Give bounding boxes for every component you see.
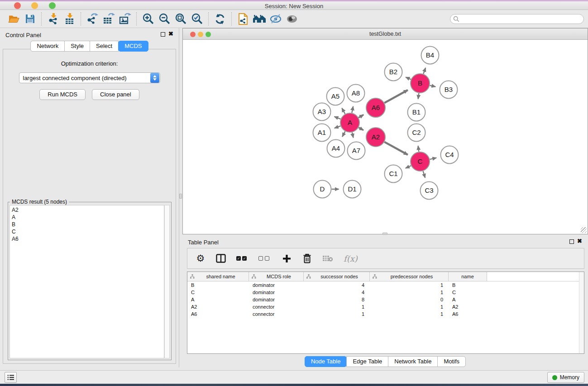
run-mcds-button[interactable]: Run MCDS [39, 89, 86, 100]
graph-node-C4[interactable]: C4 [441, 146, 459, 164]
deselect-all-button[interactable] [258, 252, 271, 265]
graph-node-B1[interactable]: B1 [408, 104, 425, 121]
network-graph[interactable]: AA1A2A3A4A5A6A7A8BB1B2B3B4CC1C2C3C4DD1 [183, 40, 588, 234]
graph-node-A[interactable]: A [340, 113, 359, 132]
search-input[interactable] [459, 16, 573, 22]
graph-node-A8[interactable]: A8 [347, 85, 365, 102]
show-eye-button[interactable] [284, 11, 300, 27]
graph-node-A5[interactable]: A5 [327, 88, 344, 105]
graph-node-B[interactable]: B [411, 74, 430, 93]
open-session-button[interactable] [5, 11, 22, 27]
graph-edge-A-A6[interactable] [359, 115, 363, 118]
zoom-selected-button[interactable] [189, 11, 205, 27]
hide-panels-button[interactable] [268, 11, 284, 27]
graph-node-C3[interactable]: C3 [421, 182, 438, 200]
graph-edge-C-C4[interactable] [430, 158, 436, 159]
select-all-button[interactable]: ✓✓ [236, 252, 248, 265]
graph-node-A2[interactable]: A2 [366, 128, 385, 147]
search-field[interactable] [450, 14, 584, 24]
tab-select[interactable]: Select [90, 41, 119, 52]
graph-node-B2[interactable]: B2 [385, 63, 402, 81]
split-divider-grip[interactable] [179, 194, 182, 199]
task-history-button[interactable] [5, 372, 17, 383]
graph-edge-A-A7[interactable] [352, 132, 354, 138]
network-window-titlebar[interactable]: testGlobe.txt [183, 29, 588, 40]
zoom-out-button[interactable] [156, 11, 172, 27]
memory-status-icon [552, 375, 557, 380]
export-image-button[interactable] [117, 11, 133, 27]
graph-node-D1[interactable]: D1 [344, 181, 361, 198]
window-resize-grip[interactable] [581, 227, 587, 233]
graph-node-A1[interactable]: A1 [313, 124, 331, 142]
graph-edge-B-B4[interactable] [423, 68, 425, 74]
result-list-scrollbar[interactable] [164, 205, 170, 358]
export-network-button[interactable] [84, 11, 100, 27]
float-table-panel-icon[interactable] [569, 239, 574, 244]
column-header-name[interactable]: name [449, 272, 487, 281]
graph-edge-A-A8[interactable] [352, 106, 353, 113]
column-header-shared-name[interactable]: shared name [187, 272, 249, 281]
tab-edge-table[interactable]: Edge Table [346, 356, 388, 367]
graph-edge-A6-B[interactable] [384, 90, 408, 103]
criterion-dropdown[interactable]: largest connected component (directed) [19, 72, 160, 83]
mcds-result-list[interactable]: A2ABCA6 [10, 205, 164, 358]
graph-node-A4[interactable]: A4 [327, 140, 345, 157]
column-header-predecessor-nodes[interactable]: predecessor nodes [370, 272, 449, 281]
float-panel-icon[interactable] [161, 32, 165, 37]
table-options-button[interactable]: ⚙ [196, 252, 206, 265]
export-table-button[interactable] [100, 11, 117, 27]
graph-node-B4[interactable]: B4 [421, 47, 439, 64]
close-panel-icon[interactable]: ✖ [168, 30, 173, 38]
graph-edge-B-B3[interactable] [430, 86, 435, 87]
close-panel-button[interactable]: Close panel [92, 89, 139, 100]
close-table-panel-icon[interactable]: ✖ [577, 238, 582, 245]
graph-edge-A-A1[interactable] [335, 126, 340, 128]
refresh-button[interactable] [212, 11, 228, 27]
graph-node-C2[interactable]: C2 [408, 124, 425, 142]
home-button[interactable] [251, 11, 268, 27]
table-row[interactable]: A6connector11A6 [187, 310, 584, 318]
graph-edge-B-B1[interactable] [418, 93, 419, 99]
graph-edge-A-A5[interactable] [342, 108, 345, 114]
graph-node-C[interactable]: C [411, 152, 430, 171]
table-row[interactable]: Bdominator41B [187, 281, 584, 289]
network-canvas[interactable]: AA1A2A3A4A5A6A7A8BB1B2B3B4CC1C2C3C4DD1 [183, 40, 587, 234]
network-from-file-button[interactable] [235, 11, 251, 27]
graph-node-C1[interactable]: C1 [385, 165, 402, 183]
graph-edge-A-A3[interactable] [335, 117, 341, 119]
graph-edge-A-A4[interactable] [342, 131, 345, 137]
graph-edge-A2-C[interactable] [384, 142, 408, 155]
graph-edge-A-A2[interactable] [359, 128, 363, 130]
tab-network[interactable]: Network [30, 41, 65, 52]
save-session-button[interactable] [22, 11, 38, 27]
graph-node-D[interactable]: D [314, 181, 331, 198]
tab-mcds[interactable]: MCDS [118, 41, 148, 52]
import-table-button[interactable] [61, 11, 77, 27]
graph-node-A7[interactable]: A7 [348, 142, 365, 160]
table-row[interactable]: A2connector11A2 [187, 303, 584, 310]
show-columns-button[interactable] [216, 252, 226, 265]
tab-network-table[interactable]: Network Table [388, 356, 438, 367]
zoom-fit-button[interactable] [172, 11, 189, 27]
zoom-in-button[interactable] [140, 11, 156, 27]
create-column-button[interactable] [282, 252, 292, 265]
tab-motifs[interactable]: Motifs [437, 356, 466, 367]
import-network-button[interactable] [45, 11, 61, 27]
graph-node-A6[interactable]: A6 [366, 98, 385, 117]
graph-node-A3[interactable]: A3 [313, 103, 331, 121]
graph-edge-B-B2[interactable] [406, 77, 411, 80]
memory-button[interactable]: Memory [547, 372, 584, 383]
delete-column-button[interactable] [302, 252, 312, 265]
tab-style[interactable]: Style [64, 41, 90, 52]
graph-node-B3[interactable]: B3 [440, 81, 458, 99]
graph-edge-C-C1[interactable] [406, 166, 411, 168]
table-row[interactable]: Adominator80A [187, 296, 584, 303]
graph-edge-C-C2[interactable] [418, 146, 419, 152]
split-divider-grip[interactable] [382, 233, 387, 235]
tab-node-table[interactable]: Node Table [305, 356, 347, 367]
table-row[interactable]: Cdominator41C [187, 289, 584, 296]
table-scrollbar[interactable] [579, 272, 584, 353]
graph-edge-C-C3[interactable] [423, 171, 425, 178]
column-header-mcds-role[interactable]: MCDS role [249, 272, 304, 281]
column-header-successor-nodes[interactable]: successor nodes [304, 272, 370, 281]
